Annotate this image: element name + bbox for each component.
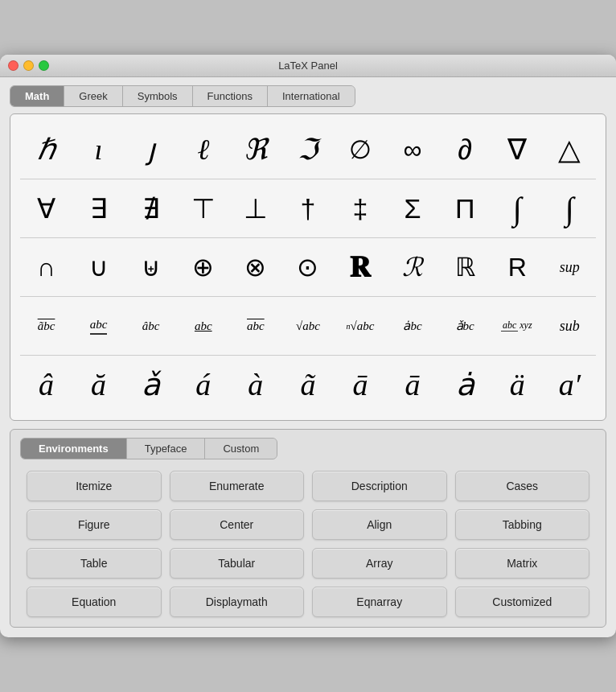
close-button[interactable] bbox=[8, 60, 18, 71]
symbol-dagger[interactable]: † bbox=[283, 183, 333, 233]
symbol-a-dot[interactable]: ȧ bbox=[440, 360, 490, 410]
symbol-sqrt[interactable]: √abc bbox=[283, 301, 333, 351]
symbol-oplus[interactable]: ⊕ bbox=[179, 242, 228, 292]
env-button-align[interactable]: Align bbox=[312, 509, 447, 540]
symbol-a-grave[interactable]: à bbox=[231, 360, 281, 410]
symbol-breve-abc[interactable]: ǎbc bbox=[440, 301, 490, 351]
symbol-imaginary[interactable]: ℑ bbox=[283, 125, 333, 175]
symbol-real[interactable]: ℜ bbox=[231, 125, 281, 175]
symbol-a-macron[interactable]: ā bbox=[335, 360, 385, 410]
symbol-script-r[interactable]: ℛ bbox=[388, 242, 437, 292]
bottom-tab-bar: Environments Typeface Custom bbox=[20, 438, 277, 459]
symbol-emptyset[interactable]: ∅ bbox=[335, 125, 385, 175]
symbol-forall[interactable]: ∀ bbox=[22, 183, 72, 233]
symbol-ell[interactable]: ℓ bbox=[179, 125, 228, 175]
env-button-table[interactable]: Table bbox=[27, 548, 162, 579]
traffic-lights bbox=[8, 60, 49, 71]
symbol-a-tilde[interactable]: ã bbox=[283, 360, 333, 410]
symbol-union[interactable]: ∪ bbox=[74, 242, 124, 292]
symbol-widehat[interactable]: âbc bbox=[126, 301, 176, 351]
symbol-bottom[interactable]: ⊥ bbox=[231, 183, 281, 233]
symbol-not-exists[interactable]: ∄ bbox=[126, 183, 176, 233]
titlebar: LaTeX Panel bbox=[0, 55, 616, 77]
symbol-sans-r[interactable]: R bbox=[492, 242, 542, 292]
symbol-row-5: â ă ǎ á à ã ā ā ȧ ä a′ bbox=[14, 356, 602, 414]
env-button-customized[interactable]: Customized bbox=[455, 587, 590, 617]
symbol-triangle[interactable]: △ bbox=[544, 125, 594, 175]
env-button-enumerate[interactable]: Enumerate bbox=[170, 471, 305, 501]
latex-panel-window: LaTeX Panel Math Greek Symbols Functions… bbox=[0, 55, 616, 637]
symbol-uplus[interactable]: ⊎ bbox=[126, 242, 176, 292]
tab-international[interactable]: International bbox=[268, 86, 355, 106]
symbol-integral-cursive[interactable]: ∫ bbox=[544, 183, 594, 233]
symbol-nthroot[interactable]: n√abc bbox=[335, 301, 385, 351]
symbol-iota-dotless[interactable]: ı bbox=[74, 125, 124, 175]
env-button-equation[interactable]: Equation bbox=[27, 587, 162, 617]
symbol-infinity[interactable]: ∞ bbox=[388, 125, 437, 175]
maximize-button[interactable] bbox=[39, 60, 49, 71]
symbols-area: ℏ ı ȷ ℓ ℜ ℑ ∅ ∞ ∂ ∇ △ ∀ ∃ ∄ ⊤ ⊥ † bbox=[10, 113, 606, 421]
symbol-overrightarrow[interactable]: abc bbox=[231, 301, 281, 351]
symbol-ddagger[interactable]: ‡ bbox=[335, 183, 385, 233]
env-button-displaymath[interactable]: Displaymath bbox=[170, 587, 305, 617]
symbol-integral[interactable]: ∫ bbox=[492, 183, 542, 233]
tab-greek[interactable]: Greek bbox=[64, 86, 122, 106]
env-button-center[interactable]: Center bbox=[170, 509, 305, 540]
tab-typeface[interactable]: Typeface bbox=[127, 439, 206, 459]
symbol-jota-dotless[interactable]: ȷ bbox=[126, 125, 176, 175]
tab-math[interactable]: Math bbox=[10, 86, 64, 106]
window-title: LaTeX Panel bbox=[278, 60, 338, 72]
symbol-dot[interactable]: ȧbc bbox=[388, 301, 437, 351]
symbol-underbrace[interactable]: abc bbox=[74, 301, 124, 351]
symbol-row-4: ãbc abc âbc abc abc √abc n√ab bbox=[14, 297, 602, 355]
minimize-button[interactable] bbox=[23, 60, 34, 71]
symbol-intersection[interactable]: ∩ bbox=[22, 242, 72, 292]
tab-functions[interactable]: Functions bbox=[193, 86, 268, 106]
symbol-row-1: ℏ ı ȷ ℓ ℜ ℑ ∅ ∞ ∂ ∇ △ bbox=[14, 121, 602, 179]
symbol-widetilde[interactable]: ãbc bbox=[22, 301, 72, 351]
symbol-pi[interactable]: Π bbox=[440, 183, 490, 233]
env-button-figure[interactable]: Figure bbox=[27, 509, 162, 540]
env-button-itemize[interactable]: Itemize bbox=[27, 471, 162, 501]
symbol-sup[interactable]: sup bbox=[544, 242, 594, 292]
symbol-a-caron[interactable]: ǎ bbox=[126, 360, 176, 410]
env-button-description[interactable]: Description bbox=[312, 471, 447, 501]
symbol-a-acute[interactable]: á bbox=[179, 360, 228, 410]
symbol-underline[interactable]: abc bbox=[179, 301, 228, 351]
symbol-exists[interactable]: ∃ bbox=[74, 183, 124, 233]
top-tab-bar: Math Greek Symbols Functions Internation… bbox=[10, 85, 355, 107]
env-button-matrix[interactable]: Matrix bbox=[455, 548, 590, 579]
symbol-a-prime[interactable]: a′ bbox=[544, 360, 594, 410]
tab-custom[interactable]: Custom bbox=[205, 439, 277, 459]
symbol-row-2: ∀ ∃ ∄ ⊤ ⊥ † ‡ Σ Π ∫ ∫ bbox=[14, 179, 602, 237]
symbol-otimes[interactable]: ⊗ bbox=[231, 242, 281, 292]
tab-symbols[interactable]: Symbols bbox=[123, 86, 193, 106]
bottom-section: Environments Typeface Custom Itemize Enu… bbox=[10, 429, 606, 628]
symbol-odot[interactable]: ⊙ bbox=[283, 242, 333, 292]
symbol-top[interactable]: ⊤ bbox=[179, 183, 228, 233]
symbol-a-breve[interactable]: ă bbox=[74, 360, 124, 410]
symbol-a-hat[interactable]: â bbox=[22, 360, 72, 410]
env-button-cases[interactable]: Cases bbox=[455, 471, 590, 501]
symbol-bold-r[interactable]: 𝐑 bbox=[335, 242, 385, 292]
symbol-blackboard-r[interactable]: ℝ bbox=[440, 242, 490, 292]
env-button-eqnarray[interactable]: Eqnarray bbox=[312, 587, 447, 617]
env-grid: Itemize Enumerate Description Cases Figu… bbox=[20, 471, 596, 617]
symbol-a-overline[interactable]: ā bbox=[388, 360, 437, 410]
symbol-row-3: ∩ ∪ ⊎ ⊕ ⊗ ⊙ 𝐑 ℛ ℝ R sup bbox=[14, 238, 602, 296]
symbol-partial[interactable]: ∂ bbox=[440, 125, 490, 175]
env-button-tabular[interactable]: Tabular bbox=[170, 548, 305, 579]
env-button-array[interactable]: Array bbox=[312, 548, 447, 579]
symbol-nabla[interactable]: ∇ bbox=[492, 125, 542, 175]
env-button-tabbing[interactable]: Tabbing bbox=[455, 509, 590, 540]
symbol-hbar[interactable]: ℏ bbox=[22, 125, 72, 175]
symbol-a-umlaut[interactable]: ä bbox=[492, 360, 542, 410]
panel-content: Math Greek Symbols Functions Internation… bbox=[0, 77, 616, 637]
symbol-sigma[interactable]: Σ bbox=[388, 183, 437, 233]
symbol-sub[interactable]: sub bbox=[544, 301, 594, 351]
symbol-frac[interactable]: abc xyz bbox=[492, 301, 542, 351]
tab-environments[interactable]: Environments bbox=[21, 439, 127, 459]
